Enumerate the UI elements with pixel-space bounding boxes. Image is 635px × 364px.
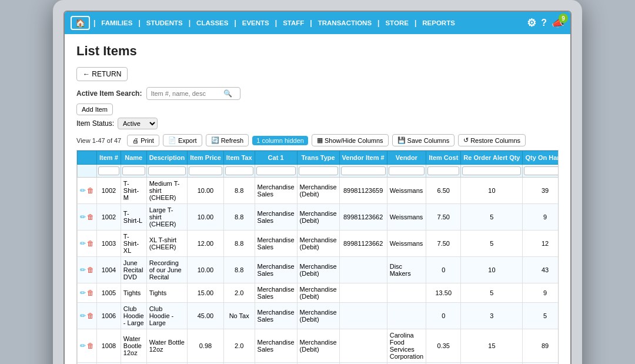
table-cell: 10 xyxy=(461,178,523,204)
col-cat1[interactable]: Cat 1 xyxy=(255,151,297,165)
edit-icon[interactable]: ✏ xyxy=(80,186,86,195)
nav-events[interactable]: EVENTS xyxy=(240,19,272,26)
refresh-button[interactable]: 🔄 Refresh xyxy=(206,134,249,146)
show-hide-button[interactable]: ▦ Show/Hide Columns xyxy=(312,134,389,146)
save-icon: 💾 xyxy=(397,136,406,144)
col-reorder-alert[interactable]: Re Order Alert Qty xyxy=(461,151,523,165)
table-cell: 7.50 xyxy=(426,204,461,231)
delete-icon[interactable]: 🗑 xyxy=(87,342,94,350)
filter-actions xyxy=(78,165,97,178)
filter-description[interactable] xyxy=(148,166,186,175)
col-qty-on-hand[interactable]: Qty On Hand xyxy=(523,151,559,165)
col-vendor[interactable]: Vendor xyxy=(387,151,426,165)
filter-name[interactable] xyxy=(122,166,145,175)
add-item-button[interactable]: Add Item xyxy=(76,103,113,115)
table-cell xyxy=(339,283,387,303)
filter-qty-on-hand[interactable] xyxy=(524,166,559,175)
table-cell: 0 xyxy=(426,303,461,329)
table-body: ✏🗑1002T-Shirt-MMedium T-shirt (CHEER)10.… xyxy=(78,178,559,365)
filter-item-num[interactable] xyxy=(98,166,119,175)
table-row: ✏🗑1004June Recital DVDRecording of our J… xyxy=(78,257,559,283)
edit-icon[interactable]: ✏ xyxy=(80,312,86,320)
filter-item-cost[interactable] xyxy=(427,166,459,175)
col-vendor-item[interactable]: Vendor Item # xyxy=(339,151,387,165)
delete-icon[interactable]: 🗑 xyxy=(87,266,94,274)
table-cell: Weissmans xyxy=(387,178,426,204)
delete-icon[interactable]: 🗑 xyxy=(87,239,94,248)
view-info: View 1-47 of 47 xyxy=(76,137,121,144)
table-cell: Merchandise (Debit) xyxy=(297,283,339,303)
delete-icon[interactable]: 🗑 xyxy=(87,186,94,195)
search-input[interactable] xyxy=(151,90,221,97)
table-cell: 1005 xyxy=(97,283,121,303)
col-item-cost[interactable]: Item Cost xyxy=(426,151,461,165)
table-cell: 89981123659 xyxy=(339,178,387,204)
print-icon: 🖨 xyxy=(132,137,139,144)
table-cell: 0.98 xyxy=(188,329,224,363)
edit-icon[interactable]: ✏ xyxy=(80,342,86,350)
edit-icon[interactable]: ✏ xyxy=(80,289,86,297)
filter-item-tax[interactable] xyxy=(225,166,253,175)
page-title: List Items xyxy=(76,44,559,59)
table-cell: Merchandise Sales xyxy=(255,257,297,283)
edit-icon[interactable]: ✏ xyxy=(80,266,86,274)
table-cell: Water Bootle 12oz xyxy=(121,329,146,363)
table-cell: 9 xyxy=(523,204,559,231)
filter-vendor-item[interactable] xyxy=(341,166,386,175)
export-button[interactable]: 📄 Export xyxy=(163,134,202,146)
item-status-select[interactable]: Active Inactive All xyxy=(118,118,158,129)
table-cell: Club Hoodie - Large xyxy=(146,303,188,329)
print-button[interactable]: 🖨 Print xyxy=(127,135,159,146)
table-cell: 15 xyxy=(461,329,523,363)
home-icon[interactable]: 🏠 xyxy=(71,16,90,30)
table-header-row: Item # Name Description Item Price Item … xyxy=(78,151,559,165)
filter-vendor[interactable] xyxy=(389,166,425,175)
table-cell: 5 xyxy=(523,303,559,329)
table-cell: Weissmans xyxy=(387,231,426,257)
table-row: ✏🗑1006Club Hoodie - LargeClub Hoodie - L… xyxy=(78,303,559,329)
notification-bell[interactable]: 📣 9 xyxy=(552,16,564,29)
table-cell: Merchandise (Debit) xyxy=(297,329,339,363)
delete-icon[interactable]: 🗑 xyxy=(87,213,94,221)
table-cell: Carolina Food Services Corporation xyxy=(387,329,426,363)
gear-icon[interactable]: ⚙ xyxy=(527,16,536,29)
filter-trans-type[interactable] xyxy=(299,166,338,175)
nav-classes[interactable]: CLASSES xyxy=(194,19,230,26)
table-cell: T-Shirt-XL xyxy=(121,231,146,257)
nav-families[interactable]: FAMILIES xyxy=(99,19,135,26)
return-button[interactable]: ← RETURN xyxy=(76,67,128,81)
restore-icon: ↺ xyxy=(463,136,469,144)
table-cell: Merchandise (Debit) xyxy=(297,257,339,283)
filter-reorder-alert[interactable] xyxy=(462,166,521,175)
nav-staff[interactable]: STAFF xyxy=(280,19,306,26)
restore-columns-button[interactable]: ↺ Restore Columns xyxy=(458,134,526,146)
table-cell: 5 xyxy=(461,204,523,231)
table-cell: Merchandise Sales xyxy=(255,178,297,204)
nav-store[interactable]: STORE xyxy=(383,19,410,26)
table-cell: Merchandise (Debit) xyxy=(297,178,339,204)
table-cell: 12 xyxy=(523,231,559,257)
col-trans-type[interactable]: Trans Type xyxy=(297,151,339,165)
nav-students[interactable]: STUDENTS xyxy=(144,19,185,26)
col-name[interactable]: Name xyxy=(121,151,146,165)
col-item-price[interactable]: Item Price xyxy=(188,151,224,165)
edit-icon[interactable]: ✏ xyxy=(80,239,86,248)
table-cell: 10.00 xyxy=(188,257,224,283)
table-cell: 89981123662 xyxy=(339,231,387,257)
nav-right: ⚙ ? 📣 9 xyxy=(527,16,564,29)
table-cell: 5 xyxy=(461,231,523,257)
filter-cat1[interactable] xyxy=(256,166,296,175)
edit-icon[interactable]: ✏ xyxy=(80,213,86,221)
help-icon[interactable]: ? xyxy=(541,18,547,28)
nav-reports[interactable]: REPORTS xyxy=(420,19,457,26)
col-item-tax[interactable]: Item Tax xyxy=(223,151,255,165)
col-description[interactable]: Description xyxy=(146,151,188,165)
delete-icon[interactable]: 🗑 xyxy=(87,289,94,297)
notification-badge: 9 xyxy=(559,14,568,23)
table-cell: 0 xyxy=(426,257,461,283)
delete-icon[interactable]: 🗑 xyxy=(87,312,94,320)
col-item-num[interactable]: Item # xyxy=(97,151,121,165)
save-columns-button[interactable]: 💾 Save Columns xyxy=(392,134,455,146)
filter-item-price[interactable] xyxy=(189,166,222,175)
nav-transactions[interactable]: TRANSACTIONS xyxy=(316,19,374,26)
